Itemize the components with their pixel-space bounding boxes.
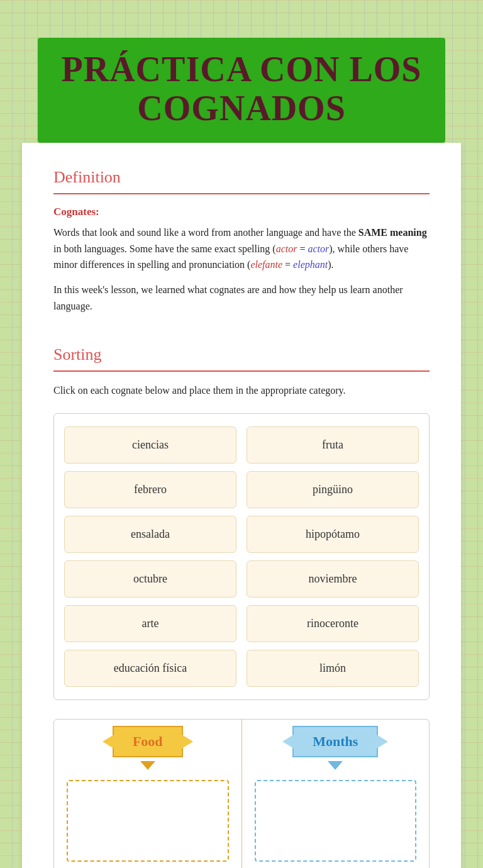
categories-container: Food bbox=[53, 719, 430, 868]
food-category: Food bbox=[54, 720, 242, 868]
word-card-fruta[interactable]: fruta bbox=[247, 426, 419, 464]
word-card-educacion-fisica[interactable]: educación física bbox=[64, 650, 236, 687]
word-card-limon[interactable]: limón bbox=[247, 650, 419, 687]
food-label: Food bbox=[113, 726, 183, 757]
months-banner: Months bbox=[248, 726, 423, 757]
sorting-section: Sorting Click on each cognate below and … bbox=[53, 345, 430, 868]
food-banner: Food bbox=[60, 726, 235, 757]
sorting-instruction: Click on each cognate below and place th… bbox=[53, 383, 430, 398]
page-title: PRÁCTICA CON LOS COGNADOS bbox=[57, 50, 426, 128]
cognates-label: Cognates: bbox=[53, 206, 430, 218]
food-drop-zone[interactable] bbox=[67, 780, 229, 862]
word-card-febrero[interactable]: febrero bbox=[64, 471, 236, 508]
words-row: ensalada hipopótamo bbox=[64, 516, 419, 553]
definition-divider bbox=[53, 193, 430, 194]
sorting-title: Sorting bbox=[53, 345, 430, 364]
words-row: febrero pingüino bbox=[64, 471, 419, 508]
definition-paragraph-1: Words that look and sound like a word fr… bbox=[53, 225, 430, 273]
word-card-ciencias[interactable]: ciencias bbox=[64, 426, 236, 464]
words-row: ciencias fruta bbox=[64, 426, 419, 464]
header-banner: PRÁCTICA CON LOS COGNADOS bbox=[38, 38, 445, 143]
definition-paragraph-2: In this week's lesson, we learned what c… bbox=[53, 282, 430, 314]
word-card-rinoceronte[interactable]: rinoceronte bbox=[247, 605, 419, 642]
months-drop-zone[interactable] bbox=[255, 780, 417, 862]
words-grid: ciencias fruta febrero pingüino ensalada… bbox=[53, 413, 430, 700]
months-category: Months bbox=[242, 720, 430, 868]
definition-section: Definition Cognates: Words that look and… bbox=[53, 168, 430, 314]
word-card-noviembre[interactable]: noviembre bbox=[247, 560, 419, 598]
word-card-octubre[interactable]: octubre bbox=[64, 560, 236, 598]
word-card-ensalada[interactable]: ensalada bbox=[64, 516, 236, 553]
word-card-pinguino[interactable]: pingüino bbox=[247, 471, 419, 508]
words-row: educación física limón bbox=[64, 650, 419, 687]
sorting-divider bbox=[53, 370, 430, 372]
months-label: Months bbox=[292, 726, 378, 757]
words-row: arte rinoceronte bbox=[64, 605, 419, 642]
words-row: octubre noviembre bbox=[64, 560, 419, 598]
definition-title: Definition bbox=[53, 168, 430, 187]
word-card-hipopotamo[interactable]: hipopótamo bbox=[247, 516, 419, 553]
word-card-arte[interactable]: arte bbox=[64, 605, 236, 642]
content-card: Definition Cognates: Words that look and… bbox=[22, 143, 461, 868]
